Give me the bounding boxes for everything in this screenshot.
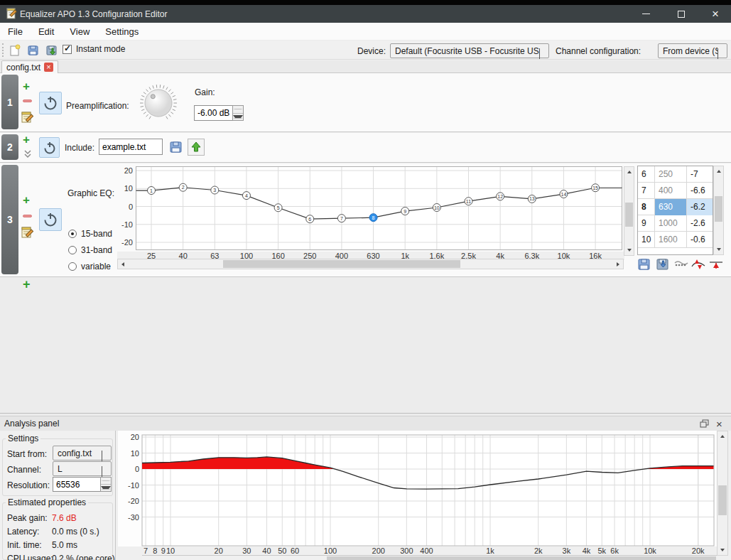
gain-spinner[interactable] [194,105,244,121]
gain-cell[interactable]: -6.2 [687,199,713,215]
remove-filter-icon[interactable] [23,215,32,217]
edit-row-icon[interactable] [21,111,34,124]
eq-point-15[interactable]: 15 [592,184,600,192]
eq-point-11[interactable]: 11 [465,198,472,205]
eq-band-table[interactable]: 6250-77400-6.68630-6.291000-2.6101600-0.… [637,166,713,255]
gain-cell[interactable]: -7 [687,166,713,183]
frequency-cell[interactable]: 250 [655,166,687,183]
add-filter-icon[interactable]: + [23,195,30,205]
normalize-response-button[interactable] [708,257,724,274]
save-file-button[interactable] [44,43,60,58]
scroll-down-arrow[interactable] [624,245,634,255]
scroll-right-arrow[interactable] [613,259,623,269]
band-number-cell[interactable]: 9 [638,215,655,232]
eq-point-6[interactable]: 6 [306,215,314,223]
scroll-left-arrow[interactable] [118,259,128,269]
eq-point-1[interactable]: 1 [148,187,156,195]
table-row[interactable]: 8630-6.2 [638,199,713,215]
flatten-response-button[interactable] [673,257,689,274]
scrollbar-thumb[interactable] [718,485,727,515]
eq-vertical-scrollbar[interactable] [624,166,634,256]
resolution-spinner[interactable] [53,477,112,492]
row-number-badge[interactable]: 3 [1,165,18,274]
band-number-cell[interactable]: 8 [638,199,655,215]
resolution-input[interactable] [53,477,100,492]
eq-point-10[interactable]: 10 [433,204,440,212]
eq-point-13[interactable]: 13 [528,195,536,203]
scroll-down-arrow[interactable] [714,244,723,254]
table-row[interactable]: 101600-0.6 [638,232,713,248]
analysis-vertical-scrollbar[interactable] [717,431,728,556]
menu-view[interactable]: View [62,23,97,40]
spin-down-button[interactable] [233,114,243,121]
add-filter-icon[interactable]: + [23,135,30,145]
maximize-button[interactable] [666,5,696,23]
minimize-button[interactable] [631,5,661,23]
scrollbar-thumb[interactable] [327,556,716,560]
gain-cell[interactable]: -2.6 [687,215,713,232]
eq-point-9[interactable]: 9 [401,208,409,215]
band-number-cell[interactable]: 6 [638,166,655,183]
spin-up-button[interactable] [233,106,243,114]
titlebar[interactable]: Equalizer APO 1.3 Configuration Editor × [0,5,731,23]
menu-edit[interactable]: Edit [31,23,62,40]
radio-variable[interactable]: variable [68,262,111,271]
scroll-up-arrow[interactable] [624,167,634,177]
instant-mode-checkbox[interactable]: Instant mode [63,44,125,54]
channel-combobox[interactable]: L [53,461,112,476]
radio-15-band[interactable]: 15-band [68,229,112,239]
add-new-filter-icon[interactable]: + [23,279,31,289]
frequency-cell[interactable]: 1600 [655,232,687,248]
include-edit-file-button[interactable] [188,139,205,156]
scroll-down-arrow[interactable] [718,545,727,555]
spin-down-button[interactable] [101,485,111,491]
analysis-horizontal-scrollbar[interactable] [142,555,717,560]
export-response-button[interactable] [656,257,671,274]
eq-point-12[interactable]: 12 [497,193,504,200]
power-toggle-include[interactable] [39,137,60,158]
scrollbar-thumb[interactable] [625,203,633,227]
eq-point-8[interactable]: 8 [369,214,377,222]
frequency-cell[interactable]: 1000 [655,215,687,232]
close-button[interactable]: × [700,5,730,23]
preamp-knob[interactable] [139,83,178,125]
frequency-cell[interactable]: 400 [655,183,687,199]
eq-plot[interactable]: 20100-10-202540631001602504006301k1.6k2.… [117,166,624,260]
power-toggle-graphic-eq[interactable] [39,208,62,231]
gain-input[interactable] [194,105,232,121]
channel-config-combobox[interactable]: From device (Stereo) [658,43,727,58]
include-open-button[interactable] [168,139,185,156]
device-combobox[interactable]: Default (Focusrite USB - Focusrite USB A… [390,43,549,58]
float-panel-icon[interactable] [700,419,710,429]
gain-cell[interactable]: -0.6 [687,232,713,248]
invert-response-button[interactable] [691,257,706,274]
remove-filter-icon[interactable] [23,99,32,102]
spin-up-button[interactable] [101,478,111,485]
tab-config-txt[interactable]: config.txt × [1,60,58,73]
gain-cell[interactable]: -6.6 [687,183,713,199]
collapse-chevrons-icon[interactable] [23,150,32,158]
power-toggle-preamp[interactable] [39,92,62,114]
row-number-badge[interactable]: 1 [1,75,18,129]
eq-point-7[interactable]: 7 [337,215,345,222]
frequency-cell[interactable]: 630 [655,199,687,215]
eq-point-2[interactable]: 2 [179,183,187,191]
eq-horizontal-scrollbar[interactable] [117,259,624,269]
table-vertical-scrollbar[interactable] [713,166,724,255]
eq-point-14[interactable]: 14 [560,190,568,198]
resolution-spin-buttons[interactable] [100,477,112,492]
import-response-button[interactable] [637,257,652,274]
menu-settings[interactable]: Settings [97,23,146,40]
tab-close-button[interactable]: × [44,63,53,72]
close-panel-icon[interactable]: × [716,418,722,430]
new-file-button[interactable] [7,43,23,58]
scrollbar-thumb[interactable] [715,196,722,222]
open-file-button[interactable] [26,43,41,58]
scroll-up-arrow[interactable] [714,166,723,176]
analysis-plot[interactable]: 20100-10-20-3078910203040506010020030040… [118,431,717,555]
table-row[interactable]: 6250-7 [638,166,713,183]
scroll-up-arrow[interactable] [718,431,727,441]
edit-row-icon[interactable] [21,226,34,239]
include-file-input[interactable] [99,139,163,155]
eq-point-3[interactable]: 3 [211,186,219,194]
